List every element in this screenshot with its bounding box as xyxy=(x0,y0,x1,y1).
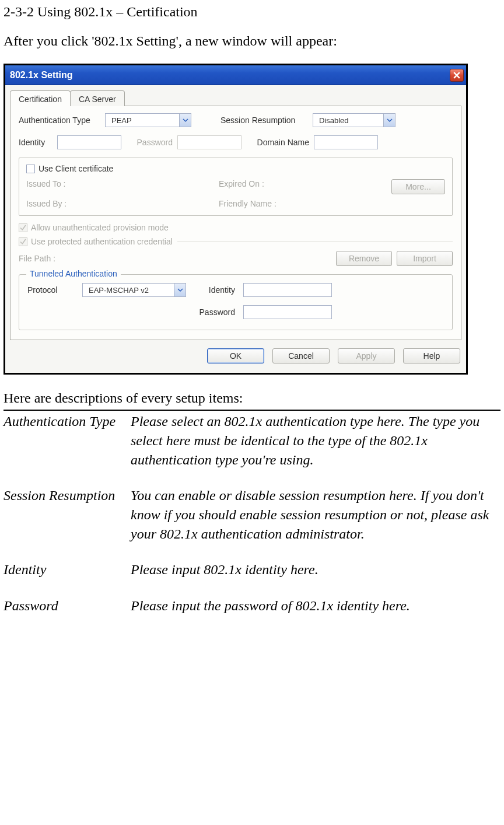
chevron-down-icon xyxy=(383,114,395,127)
remove-button: Remove xyxy=(336,251,392,266)
domain-name-label: Domain Name xyxy=(246,138,309,147)
auth-type-label: Authentication Type xyxy=(19,116,100,125)
domain-name-input[interactable] xyxy=(314,135,378,149)
issued-to-label: Issued To : xyxy=(26,179,201,194)
dialog-title: 802.1x Setting xyxy=(10,70,450,81)
tab-panel-certification: Authentication Type PEAP Session Resumpt… xyxy=(10,106,461,340)
identity-label: Identity xyxy=(19,138,52,147)
desc-row: Session Resumption You can enable or dis… xyxy=(4,485,501,544)
tab-strip: Certification CA Server xyxy=(10,90,461,106)
session-resumption-value: Disabled xyxy=(316,116,352,125)
friendly-name-label: Friendly Name : xyxy=(219,199,276,208)
desc-def: You can enable or disable session resump… xyxy=(131,485,501,544)
ta-password-input[interactable] xyxy=(243,305,332,319)
chevron-down-icon xyxy=(174,284,186,296)
checkbox-box xyxy=(26,165,35,173)
allow-unauth-checkbox: Allow unauthenticated provision mode xyxy=(19,223,169,232)
desc-term: Password xyxy=(4,595,131,616)
tab-ca-server[interactable]: CA Server xyxy=(70,90,125,106)
help-button[interactable]: Help xyxy=(403,348,460,363)
ta-identity-label: Identity xyxy=(194,285,235,295)
more-button: More... xyxy=(391,179,445,194)
protocol-label: Protocol xyxy=(27,285,74,295)
ta-identity-input[interactable] xyxy=(243,283,332,297)
close-button[interactable] xyxy=(450,69,464,82)
desc-def: Please select an 802.1x authentication t… xyxy=(131,411,501,470)
password-label: Password xyxy=(126,138,173,147)
session-resumption-label: Session Resumption xyxy=(220,116,308,125)
use-protected-label: Use protected authentication credential xyxy=(31,237,173,246)
password-input xyxy=(177,135,242,149)
ok-button[interactable]: OK xyxy=(207,348,264,363)
desc-term: Identity xyxy=(4,559,131,579)
desc-def: Please input 802.1x identity here. xyxy=(131,559,501,579)
allow-unauth-label: Allow unauthenticated provision mode xyxy=(31,223,169,232)
desc-row: Authentication Type Please select an 802… xyxy=(4,411,501,470)
intro-text: After you click '802.1x Setting', a new … xyxy=(4,32,501,51)
apply-button: Apply xyxy=(338,348,395,363)
client-cert-group: Use Client certificate Issued To : Expir… xyxy=(19,158,453,216)
descriptions-table: Authentication Type Please select an 802… xyxy=(4,410,501,616)
use-client-cert-checkbox[interactable]: Use Client certificate xyxy=(26,164,113,173)
auth-type-select[interactable]: PEAP xyxy=(105,113,191,127)
file-path-label: File Path : xyxy=(19,254,60,263)
tunneled-auth-legend: Tunneled Authentication xyxy=(26,269,121,278)
section-title: 2-3-2 Using 802.1x – Certification xyxy=(4,2,501,22)
dialog-button-row: OK Cancel Apply Help xyxy=(5,340,466,373)
desc-row: Identity Please input 802.1x identity he… xyxy=(4,559,501,579)
descriptions-heading: Here are descriptions of every setup ite… xyxy=(4,389,501,408)
protocol-value: EAP-MSCHAP v2 xyxy=(85,286,152,295)
chevron-down-icon xyxy=(179,114,191,127)
checkbox-box xyxy=(19,237,27,246)
auth-type-value: PEAP xyxy=(108,116,135,125)
use-client-cert-label: Use Client certificate xyxy=(38,164,113,173)
protocol-select[interactable]: EAP-MSCHAP v2 xyxy=(82,283,186,297)
ta-password-label: Password xyxy=(194,307,235,317)
dialog-window: 802.1x Setting Certification CA Server A… xyxy=(4,64,468,375)
titlebar[interactable]: 802.1x Setting xyxy=(5,65,466,85)
expired-on-label: Expired On : xyxy=(219,179,324,194)
use-protected-checkbox: Use protected authentication credential xyxy=(19,237,173,246)
close-icon xyxy=(453,72,460,79)
import-button: Import xyxy=(397,251,453,266)
checkbox-box xyxy=(19,223,27,232)
tunneled-auth-group: Tunneled Authentication Protocol EAP-MSC… xyxy=(19,274,453,330)
tab-certification[interactable]: Certification xyxy=(10,90,71,106)
cancel-button[interactable]: Cancel xyxy=(272,348,330,363)
desc-term: Authentication Type xyxy=(4,411,131,470)
desc-def: Please input the password of 802.1x iden… xyxy=(131,595,501,616)
desc-term: Session Resumption xyxy=(4,485,131,544)
issued-by-label: Issued By : xyxy=(26,199,201,208)
session-resumption-select[interactable]: Disabled xyxy=(313,113,396,127)
identity-input[interactable] xyxy=(57,135,121,149)
desc-row: Password Please input the password of 80… xyxy=(4,595,501,616)
